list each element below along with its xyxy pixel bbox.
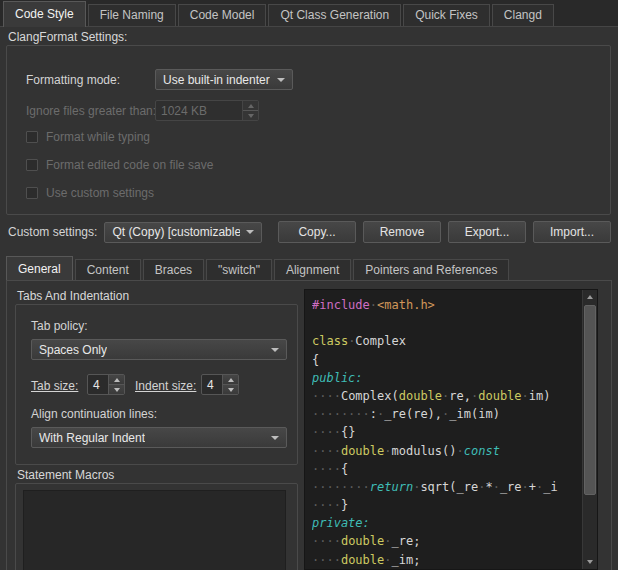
spin-up-icon[interactable] (109, 375, 124, 384)
align-continuation-lines-label: Align continuation lines: (31, 407, 157, 421)
custom-settings-row: Custom settings: Qt (Copy) [customizable… (8, 221, 611, 243)
remove-button[interactable]: Remove (363, 221, 441, 243)
custom-settings-buttons: Copy...RemoveExport...Import... (278, 221, 611, 243)
code-preview-lines: #include·<math.h> class·Complex{public:·… (312, 296, 581, 569)
scrollbar-down-icon[interactable] (583, 555, 597, 569)
checkbox-use-custom-settings (26, 187, 38, 199)
style-tab-general[interactable]: General (6, 256, 73, 282)
tab-code-style[interactable]: Code Style (3, 1, 86, 27)
scrollbar-up-icon[interactable] (583, 290, 597, 304)
chevron-down-icon (271, 348, 279, 352)
code-line: ····{ (312, 460, 581, 478)
tab-code-model[interactable]: Code Model (178, 4, 267, 26)
formatting-mode-value: Use built-in indenter (163, 73, 270, 87)
spinner-buttons (222, 375, 238, 394)
clangformat-checkbox-list: Format while typingFormat edited code on… (26, 130, 213, 214)
custom-settings-combo[interactable]: Qt (Copy) [customizable] (104, 222, 262, 243)
spinner-buttons (242, 101, 258, 120)
align-continuation-lines-combo[interactable]: With Regular Indent (31, 427, 287, 448)
align-continuation-lines-value: With Regular Indent (39, 431, 145, 445)
code-line: #include·<math.h> (312, 296, 581, 314)
statement-macros-title: Statement Macros (17, 468, 114, 482)
spin-up-icon (243, 101, 258, 110)
checkbox-label: Use custom settings (46, 186, 154, 200)
code-preview-editor[interactable]: #include·<math.h> class·Complex{public:·… (304, 289, 598, 570)
indent-size-label: Indent size: (135, 379, 196, 393)
tab-qt-class-generation[interactable]: Qt Class Generation (268, 4, 401, 26)
tabs-and-indentation-group: Tabs And Indentation Tab policy: Spaces … (15, 289, 298, 465)
statement-macros-group: Statement Macros (15, 468, 298, 570)
checkbox-label: Format while typing (46, 130, 150, 144)
editor-scrollbar[interactable] (582, 290, 597, 569)
style-tab-switch[interactable]: "switch" (206, 259, 272, 281)
spin-down-icon[interactable] (109, 384, 124, 394)
code-style-panel: Tabs And Indentation Tab policy: Spaces … (6, 280, 612, 570)
checkbox-row-format-while-typing: Format while typing (26, 130, 213, 143)
ignore-files-label: Ignore files greater than: (26, 104, 156, 118)
custom-settings-value: Qt (Copy) [customizable] (112, 225, 240, 239)
chevron-down-icon (271, 436, 279, 440)
import-button[interactable]: Import... (533, 221, 611, 243)
spin-down-icon[interactable] (223, 384, 238, 394)
code-line: ····{} (312, 423, 581, 441)
ignore-files-spinbox: 1024 KB (155, 100, 259, 121)
chevron-down-icon (246, 230, 254, 234)
formatting-mode-label: Formatting mode: (26, 73, 120, 87)
custom-settings-label: Custom settings: (8, 225, 97, 239)
tabs-and-indentation-title: Tabs And Indentation (17, 289, 129, 303)
style-tab-braces[interactable]: Braces (143, 259, 204, 281)
tab-size-value: 4 (88, 375, 108, 394)
code-line: ····double·_re; (312, 532, 581, 550)
style-tab-content[interactable]: Content (75, 259, 141, 281)
copy-button[interactable]: Copy... (278, 221, 356, 243)
spinner-buttons (108, 375, 124, 394)
code-line: class·Complex (312, 332, 581, 350)
checkbox-format-while-typing (26, 131, 38, 143)
indent-size-value: 4 (202, 375, 222, 394)
style-tab-pointers-and-references[interactable]: Pointers and References (353, 259, 509, 281)
checkbox-format-edited-code-on-file-save (26, 159, 38, 171)
code-line: ····Complex(double·re,·double·im) (312, 387, 581, 405)
tab-clangd[interactable]: Clangd (492, 4, 554, 26)
checkbox-row-use-custom-settings: Use custom settings (26, 186, 213, 199)
checkbox-label: Format edited code on file save (46, 158, 213, 172)
tab-size-label: Tab size: (31, 379, 78, 393)
chevron-down-icon (277, 78, 285, 82)
scrollbar-thumb[interactable] (584, 305, 596, 495)
tab-size-spinbox[interactable]: 4 (87, 374, 125, 395)
code-style-preferences-page: Code StyleFile NamingCode ModelQt Class … (0, 0, 618, 570)
tab-policy-label: Tab policy: (31, 319, 88, 333)
formatting-mode-combo[interactable]: Use built-in indenter (155, 69, 293, 90)
code-line: private: (312, 514, 581, 532)
checkbox-row-format-edited-code-on-file-save: Format edited code on file save (26, 158, 213, 171)
style-tab-alignment[interactable]: Alignment (274, 259, 351, 281)
code-line: ····double·_im; (312, 551, 581, 569)
code-style-tab-bar: GeneralContentBraces"switch"AlignmentPoi… (6, 254, 612, 281)
tab-policy-value: Spaces Only (39, 343, 107, 357)
tab-file-naming[interactable]: File Naming (88, 4, 176, 26)
spin-down-icon (243, 110, 258, 120)
export-button[interactable]: Export... (448, 221, 526, 243)
code-line: ····double·modulus()·const (312, 442, 581, 460)
indent-size-spinbox[interactable]: 4 (201, 374, 239, 395)
code-line: { (312, 351, 581, 369)
clangformat-settings-group: ClangFormat Settings: Formatting mode: U… (6, 30, 611, 215)
code-line: public: (312, 369, 581, 387)
spin-up-icon[interactable] (223, 375, 238, 384)
ignore-files-value: 1024 KB (156, 101, 242, 120)
settings-tab-bar: Code StyleFile NamingCode ModelQt Class … (0, 0, 618, 27)
statement-macros-textarea[interactable] (23, 490, 286, 570)
tab-quick-fixes[interactable]: Quick Fixes (403, 4, 490, 26)
tab-policy-combo[interactable]: Spaces Only (31, 339, 287, 360)
clangformat-settings-title: ClangFormat Settings: (8, 30, 127, 44)
code-line (312, 314, 581, 332)
code-line: ····} (312, 496, 581, 514)
code-line: ········return·sqrt(_re·*·_re·+·_i (312, 478, 581, 496)
code-line: ········:·_re(re),·_im(im) (312, 405, 581, 423)
